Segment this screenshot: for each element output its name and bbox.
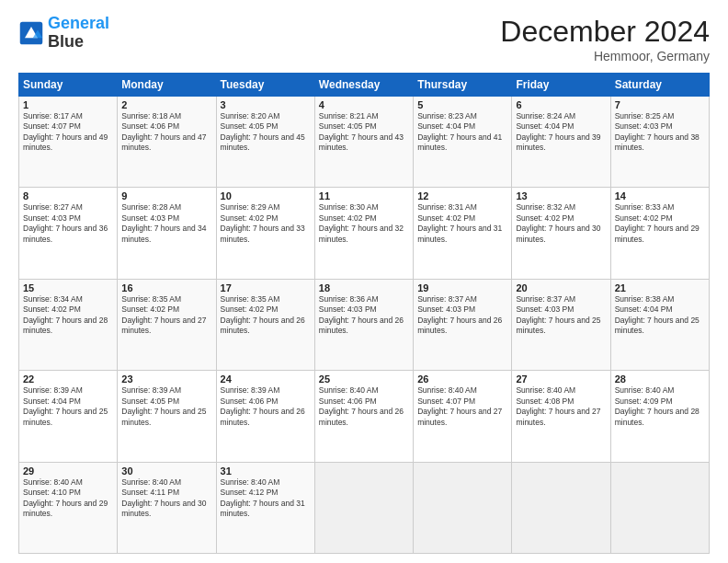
- logo-icon: [18, 20, 44, 46]
- day-info: Sunrise: 8:37 AM Sunset: 4:03 PM Dayligh…: [516, 294, 606, 337]
- calendar-cell: 16 Sunrise: 8:35 AM Sunset: 4:02 PM Dayl…: [118, 279, 216, 370]
- calendar-cell: 23 Sunrise: 8:39 AM Sunset: 4:05 PM Dayl…: [118, 371, 216, 462]
- calendar-cell: 30 Sunrise: 8:40 AM Sunset: 4:11 PM Dayl…: [118, 462, 216, 553]
- day-number: 29: [23, 465, 113, 477]
- calendar-cell: 8 Sunrise: 8:27 AM Sunset: 4:03 PM Dayli…: [19, 188, 118, 279]
- calendar-cell: 12 Sunrise: 8:31 AM Sunset: 4:02 PM Dayl…: [414, 188, 512, 279]
- calendar-cell: 22 Sunrise: 8:39 AM Sunset: 4:04 PM Dayl…: [19, 371, 118, 462]
- calendar-cell: 13 Sunrise: 8:32 AM Sunset: 4:02 PM Dayl…: [512, 188, 610, 279]
- calendar-cell: 29 Sunrise: 8:40 AM Sunset: 4:10 PM Dayl…: [19, 462, 118, 553]
- page: General Blue December 2024 Hemmoor, Germ…: [0, 0, 728, 563]
- day-number: 28: [615, 373, 705, 385]
- day-info: Sunrise: 8:30 AM Sunset: 4:02 PM Dayligh…: [319, 202, 409, 245]
- calendar-row: 1 Sunrise: 8:17 AM Sunset: 4:07 PM Dayli…: [19, 97, 710, 188]
- calendar-cell: 2 Sunrise: 8:18 AM Sunset: 4:06 PM Dayli…: [118, 97, 216, 188]
- day-info: Sunrise: 8:20 AM Sunset: 4:05 PM Dayligh…: [221, 111, 311, 154]
- day-number: 17: [221, 282, 311, 293]
- day-info: Sunrise: 8:37 AM Sunset: 4:03 PM Dayligh…: [417, 294, 507, 337]
- day-number: 11: [319, 190, 409, 201]
- day-info: Sunrise: 8:27 AM Sunset: 4:03 PM Dayligh…: [23, 202, 113, 245]
- day-number: 6: [516, 99, 606, 110]
- day-number: 1: [23, 99, 113, 110]
- calendar-cell: 6 Sunrise: 8:24 AM Sunset: 4:04 PM Dayli…: [512, 97, 610, 188]
- day-number: 5: [417, 99, 507, 110]
- calendar-cell: 19 Sunrise: 8:37 AM Sunset: 4:03 PM Dayl…: [414, 279, 512, 370]
- day-info: Sunrise: 8:40 AM Sunset: 4:09 PM Dayligh…: [615, 385, 705, 428]
- day-info: Sunrise: 8:31 AM Sunset: 4:02 PM Dayligh…: [417, 202, 507, 245]
- day-number: 31: [221, 465, 311, 477]
- calendar-cell: 20 Sunrise: 8:37 AM Sunset: 4:03 PM Dayl…: [512, 279, 610, 370]
- col-saturday: Saturday: [610, 74, 709, 97]
- calendar-cell: 4 Sunrise: 8:21 AM Sunset: 4:05 PM Dayli…: [314, 97, 413, 188]
- calendar-cell: 11 Sunrise: 8:30 AM Sunset: 4:02 PM Dayl…: [314, 188, 413, 279]
- day-info: Sunrise: 8:40 AM Sunset: 4:06 PM Dayligh…: [319, 385, 409, 428]
- day-info: Sunrise: 8:18 AM Sunset: 4:06 PM Dayligh…: [121, 111, 211, 154]
- day-number: 23: [121, 373, 211, 385]
- day-info: Sunrise: 8:40 AM Sunset: 4:07 PM Dayligh…: [417, 385, 507, 428]
- day-info: Sunrise: 8:29 AM Sunset: 4:02 PM Dayligh…: [221, 202, 311, 245]
- day-info: Sunrise: 8:32 AM Sunset: 4:02 PM Dayligh…: [516, 202, 606, 245]
- calendar-cell: [610, 462, 709, 553]
- col-thursday: Thursday: [414, 74, 512, 97]
- calendar-cell: 15 Sunrise: 8:34 AM Sunset: 4:02 PM Dayl…: [19, 279, 118, 370]
- day-number: 20: [516, 282, 606, 293]
- calendar-cell: 17 Sunrise: 8:35 AM Sunset: 4:02 PM Dayl…: [216, 279, 314, 370]
- day-number: 9: [121, 190, 211, 201]
- calendar-cell: 31 Sunrise: 8:40 AM Sunset: 4:12 PM Dayl…: [216, 462, 314, 553]
- calendar-cell: 3 Sunrise: 8:20 AM Sunset: 4:05 PM Dayli…: [216, 97, 314, 188]
- calendar-cell: 9 Sunrise: 8:28 AM Sunset: 4:03 PM Dayli…: [118, 188, 216, 279]
- calendar-cell: 27 Sunrise: 8:40 AM Sunset: 4:08 PM Dayl…: [512, 371, 610, 462]
- day-number: 15: [23, 282, 113, 293]
- calendar-cell: [314, 462, 413, 553]
- day-info: Sunrise: 8:39 AM Sunset: 4:06 PM Dayligh…: [221, 385, 311, 428]
- header-row: Sunday Monday Tuesday Wednesday Thursday…: [19, 74, 710, 97]
- day-info: Sunrise: 8:39 AM Sunset: 4:05 PM Dayligh…: [121, 385, 211, 428]
- day-number: 21: [615, 282, 705, 293]
- calendar-cell: 7 Sunrise: 8:25 AM Sunset: 4:03 PM Dayli…: [610, 97, 709, 188]
- day-number: 12: [417, 190, 507, 201]
- day-info: Sunrise: 8:28 AM Sunset: 4:03 PM Dayligh…: [121, 202, 211, 245]
- day-info: Sunrise: 8:33 AM Sunset: 4:02 PM Dayligh…: [615, 202, 705, 245]
- day-info: Sunrise: 8:24 AM Sunset: 4:04 PM Dayligh…: [516, 111, 606, 154]
- day-number: 10: [221, 190, 311, 201]
- day-info: Sunrise: 8:36 AM Sunset: 4:03 PM Dayligh…: [319, 294, 409, 337]
- day-number: 25: [319, 373, 409, 385]
- logo: General Blue: [18, 15, 109, 52]
- calendar-cell: 14 Sunrise: 8:33 AM Sunset: 4:02 PM Dayl…: [610, 188, 709, 279]
- day-info: Sunrise: 8:23 AM Sunset: 4:04 PM Dayligh…: [417, 111, 507, 154]
- day-number: 2: [121, 99, 211, 110]
- day-info: Sunrise: 8:38 AM Sunset: 4:04 PM Dayligh…: [615, 294, 705, 337]
- day-info: Sunrise: 8:21 AM Sunset: 4:05 PM Dayligh…: [319, 111, 409, 154]
- calendar-cell: 5 Sunrise: 8:23 AM Sunset: 4:04 PM Dayli…: [414, 97, 512, 188]
- day-info: Sunrise: 8:35 AM Sunset: 4:02 PM Dayligh…: [121, 294, 211, 337]
- calendar-cell: 28 Sunrise: 8:40 AM Sunset: 4:09 PM Dayl…: [610, 371, 709, 462]
- calendar-cell: 26 Sunrise: 8:40 AM Sunset: 4:07 PM Dayl…: [414, 371, 512, 462]
- logo-text: General Blue: [48, 15, 109, 52]
- title-area: December 2024 Hemmoor, Germany: [500, 15, 710, 63]
- col-friday: Friday: [512, 74, 610, 97]
- day-number: 4: [319, 99, 409, 110]
- day-number: 22: [23, 373, 113, 385]
- day-number: 3: [221, 99, 311, 110]
- calendar-row: 29 Sunrise: 8:40 AM Sunset: 4:10 PM Dayl…: [19, 462, 710, 553]
- calendar-row: 8 Sunrise: 8:27 AM Sunset: 4:03 PM Dayli…: [19, 188, 710, 279]
- calendar-cell: 24 Sunrise: 8:39 AM Sunset: 4:06 PM Dayl…: [216, 371, 314, 462]
- calendar-cell: 10 Sunrise: 8:29 AM Sunset: 4:02 PM Dayl…: [216, 188, 314, 279]
- calendar-cell: 18 Sunrise: 8:36 AM Sunset: 4:03 PM Dayl…: [314, 279, 413, 370]
- day-info: Sunrise: 8:39 AM Sunset: 4:04 PM Dayligh…: [23, 385, 113, 428]
- day-info: Sunrise: 8:40 AM Sunset: 4:08 PM Dayligh…: [516, 385, 606, 428]
- header: General Blue December 2024 Hemmoor, Germ…: [18, 15, 710, 63]
- calendar-cell: [414, 462, 512, 553]
- day-info: Sunrise: 8:25 AM Sunset: 4:03 PM Dayligh…: [615, 111, 705, 154]
- day-info: Sunrise: 8:40 AM Sunset: 4:12 PM Dayligh…: [221, 477, 311, 520]
- calendar-cell: 21 Sunrise: 8:38 AM Sunset: 4:04 PM Dayl…: [610, 279, 709, 370]
- day-number: 26: [417, 373, 507, 385]
- day-info: Sunrise: 8:34 AM Sunset: 4:02 PM Dayligh…: [23, 294, 113, 337]
- day-info: Sunrise: 8:40 AM Sunset: 4:11 PM Dayligh…: [121, 477, 211, 520]
- day-number: 13: [516, 190, 606, 201]
- day-number: 18: [319, 282, 409, 293]
- calendar-cell: 25 Sunrise: 8:40 AM Sunset: 4:06 PM Dayl…: [314, 371, 413, 462]
- col-tuesday: Tuesday: [216, 74, 314, 97]
- col-monday: Monday: [118, 74, 216, 97]
- calendar-cell: 1 Sunrise: 8:17 AM Sunset: 4:07 PM Dayli…: [19, 97, 118, 188]
